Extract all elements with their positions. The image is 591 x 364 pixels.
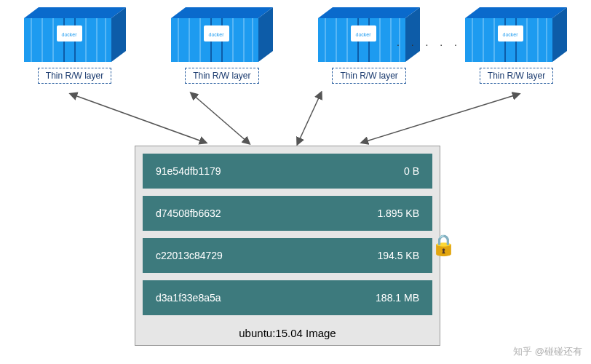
docker-container-icon: docker [465,7,567,62]
svg-text:docker: docker [61,32,77,37]
layer-id: d74508fb6632 [156,207,221,219]
image-layer: d3a1f33e8a5a 188.1 MB [143,280,432,315]
rw-layer-label: Thin R/W layer [185,68,258,84]
svg-text:docker: docker [503,32,519,37]
layer-id: 91e54dfb1179 [156,165,221,177]
layer-size: 188.1 MB [376,292,419,304]
layer-id: c22013c84729 [156,250,223,261]
ellipsis: . . . . . [397,36,461,48]
container-4: docker Thin R/W layer [464,7,569,98]
layer-size: 0 B [404,165,419,177]
rw-layer-label: Thin R/W layer [332,68,405,84]
docker-container-icon: docker [171,7,273,62]
layer-id: d3a1f33e8a5a [156,292,221,304]
image-label: ubuntu:15.04 Image [143,323,432,345]
docker-container-icon: docker [24,7,126,62]
watermark: 知乎 @碰碰还有 [513,345,582,358]
svg-line-52 [73,95,204,142]
svg-marker-13 [171,7,273,18]
svg-text:docker: docker [208,32,224,37]
rw-layer-label: Thin R/W layer [480,68,553,84]
image-layer: 91e54dfb1179 0 B [143,154,432,189]
image-layer: c22013c84729 194.5 KB [143,238,432,273]
containers-row: docker Thin R/W layer docker Thin [0,0,591,98]
svg-line-55 [364,95,517,142]
svg-marker-26 [318,7,420,18]
svg-line-53 [193,95,247,142]
image-box: 91e54dfb1179 0 B d74508fb6632 1.895 KB c… [135,146,440,346]
container-1: docker Thin R/W layer [22,7,127,98]
docker-container-icon: docker [318,7,420,62]
layer-size: 194.5 KB [377,250,419,261]
lock-icon: 🔒 [431,233,456,257]
svg-line-54 [298,95,320,142]
layer-size: 1.895 KB [377,207,419,219]
svg-marker-39 [465,7,567,18]
svg-text:docker: docker [356,32,372,37]
image-layer: d74508fb6632 1.895 KB [143,196,432,231]
container-2: docker Thin R/W layer [169,7,274,98]
container-3: docker Thin R/W layer [317,7,422,98]
rw-layer-label: Thin R/W layer [38,68,111,84]
svg-marker-0 [24,7,126,18]
